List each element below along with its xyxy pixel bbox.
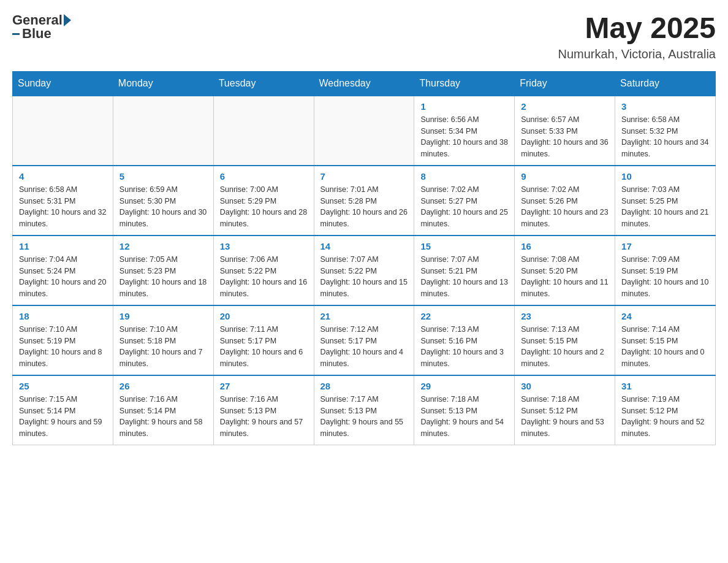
calendar-header-tuesday: Tuesday <box>213 71 314 96</box>
calendar-header-row: SundayMondayTuesdayWednesdayThursdayFrid… <box>13 71 716 96</box>
calendar-cell <box>113 96 213 166</box>
location-label: Numurkah, Victoria, Australia <box>558 47 716 61</box>
calendar-cell: 20Sunrise: 7:11 AM Sunset: 5:17 PM Dayli… <box>213 305 314 375</box>
day-info: Sunrise: 7:15 AM Sunset: 5:14 PM Dayligh… <box>19 394 107 440</box>
calendar-cell: 15Sunrise: 7:07 AM Sunset: 5:21 PM Dayli… <box>414 236 515 305</box>
logo-arrow-icon <box>64 14 71 26</box>
calendar-cell: 4Sunrise: 6:58 AM Sunset: 5:31 PM Daylig… <box>13 166 113 236</box>
calendar-cell: 11Sunrise: 7:04 AM Sunset: 5:24 PM Dayli… <box>13 236 113 305</box>
day-info: Sunrise: 7:10 AM Sunset: 5:19 PM Dayligh… <box>19 324 107 370</box>
calendar-header-sunday: Sunday <box>13 71 113 96</box>
day-number: 26 <box>119 381 207 391</box>
month-title: May 2025 <box>558 12 716 45</box>
day-info: Sunrise: 7:06 AM Sunset: 5:22 PM Dayligh… <box>220 254 308 300</box>
title-area: May 2025 Numurkah, Victoria, Australia <box>558 12 716 61</box>
calendar-header-friday: Friday <box>515 71 615 96</box>
day-number: 9 <box>521 171 609 182</box>
week-row-5: 25Sunrise: 7:15 AM Sunset: 5:14 PM Dayli… <box>13 375 716 445</box>
calendar-cell: 19Sunrise: 7:10 AM Sunset: 5:18 PM Dayli… <box>113 305 213 375</box>
calendar-cell: 10Sunrise: 7:03 AM Sunset: 5:25 PM Dayli… <box>615 166 716 236</box>
calendar-cell <box>213 96 314 166</box>
calendar-cell: 21Sunrise: 7:12 AM Sunset: 5:17 PM Dayli… <box>314 305 414 375</box>
calendar-cell: 24Sunrise: 7:14 AM Sunset: 5:15 PM Dayli… <box>615 305 716 375</box>
day-info: Sunrise: 7:05 AM Sunset: 5:23 PM Dayligh… <box>119 254 207 300</box>
day-info: Sunrise: 7:07 AM Sunset: 5:21 PM Dayligh… <box>420 254 508 300</box>
day-number: 21 <box>320 311 408 321</box>
day-info: Sunrise: 7:12 AM Sunset: 5:17 PM Dayligh… <box>320 324 408 370</box>
logo: General Blue <box>12 12 71 42</box>
calendar-cell: 5Sunrise: 6:59 AM Sunset: 5:30 PM Daylig… <box>113 166 213 236</box>
day-number: 15 <box>420 241 508 251</box>
day-number: 19 <box>119 311 207 321</box>
calendar-cell: 17Sunrise: 7:09 AM Sunset: 5:19 PM Dayli… <box>615 236 716 305</box>
day-number: 4 <box>19 171 107 182</box>
day-info: Sunrise: 7:16 AM Sunset: 5:14 PM Dayligh… <box>119 394 207 440</box>
day-info: Sunrise: 7:19 AM Sunset: 5:12 PM Dayligh… <box>621 394 709 440</box>
day-info: Sunrise: 7:02 AM Sunset: 5:26 PM Dayligh… <box>521 184 609 230</box>
day-number: 5 <box>119 171 207 182</box>
calendar-cell: 8Sunrise: 7:02 AM Sunset: 5:27 PM Daylig… <box>414 166 515 236</box>
day-info: Sunrise: 7:13 AM Sunset: 5:15 PM Dayligh… <box>521 324 609 370</box>
day-info: Sunrise: 6:59 AM Sunset: 5:30 PM Dayligh… <box>119 184 207 230</box>
week-row-4: 18Sunrise: 7:10 AM Sunset: 5:19 PM Dayli… <box>13 305 716 375</box>
day-number: 29 <box>420 381 508 391</box>
day-info: Sunrise: 7:00 AM Sunset: 5:29 PM Dayligh… <box>220 184 308 230</box>
calendar-cell: 27Sunrise: 7:16 AM Sunset: 5:13 PM Dayli… <box>213 375 314 445</box>
day-info: Sunrise: 7:18 AM Sunset: 5:13 PM Dayligh… <box>420 394 508 440</box>
day-info: Sunrise: 7:11 AM Sunset: 5:17 PM Dayligh… <box>220 324 308 370</box>
page-header: General Blue May 2025 Numurkah, Victoria… <box>12 12 716 61</box>
calendar-header-wednesday: Wednesday <box>314 71 414 96</box>
calendar-cell: 25Sunrise: 7:15 AM Sunset: 5:14 PM Dayli… <box>13 375 113 445</box>
day-number: 28 <box>320 381 408 391</box>
day-info: Sunrise: 7:03 AM Sunset: 5:25 PM Dayligh… <box>621 184 709 230</box>
calendar-cell: 1Sunrise: 6:56 AM Sunset: 5:34 PM Daylig… <box>414 96 515 166</box>
calendar-cell: 12Sunrise: 7:05 AM Sunset: 5:23 PM Dayli… <box>113 236 213 305</box>
calendar-table: SundayMondayTuesdayWednesdayThursdayFrid… <box>12 71 716 445</box>
calendar-cell: 13Sunrise: 7:06 AM Sunset: 5:22 PM Dayli… <box>213 236 314 305</box>
day-number: 23 <box>521 311 609 321</box>
calendar-cell: 9Sunrise: 7:02 AM Sunset: 5:26 PM Daylig… <box>515 166 615 236</box>
day-number: 14 <box>320 241 408 251</box>
calendar-cell <box>314 96 414 166</box>
calendar-cell: 28Sunrise: 7:17 AM Sunset: 5:13 PM Dayli… <box>314 375 414 445</box>
day-number: 2 <box>521 101 609 112</box>
week-row-1: 1Sunrise: 6:56 AM Sunset: 5:34 PM Daylig… <box>13 96 716 166</box>
day-info: Sunrise: 7:09 AM Sunset: 5:19 PM Dayligh… <box>621 254 709 300</box>
calendar-cell: 2Sunrise: 6:57 AM Sunset: 5:33 PM Daylig… <box>515 96 615 166</box>
day-info: Sunrise: 7:16 AM Sunset: 5:13 PM Dayligh… <box>220 394 308 440</box>
day-number: 1 <box>420 101 508 112</box>
day-number: 10 <box>621 171 709 182</box>
calendar-cell: 6Sunrise: 7:00 AM Sunset: 5:29 PM Daylig… <box>213 166 314 236</box>
calendar-cell: 16Sunrise: 7:08 AM Sunset: 5:20 PM Dayli… <box>515 236 615 305</box>
calendar-cell: 31Sunrise: 7:19 AM Sunset: 5:12 PM Dayli… <box>615 375 716 445</box>
day-info: Sunrise: 7:04 AM Sunset: 5:24 PM Dayligh… <box>19 254 107 300</box>
day-info: Sunrise: 7:14 AM Sunset: 5:15 PM Dayligh… <box>621 324 709 370</box>
day-info: Sunrise: 7:01 AM Sunset: 5:28 PM Dayligh… <box>320 184 408 230</box>
calendar-cell <box>13 96 113 166</box>
day-info: Sunrise: 6:58 AM Sunset: 5:32 PM Dayligh… <box>621 114 709 160</box>
logo-blue: Blue <box>22 26 51 42</box>
day-number: 3 <box>621 101 709 112</box>
day-info: Sunrise: 7:18 AM Sunset: 5:12 PM Dayligh… <box>521 394 609 440</box>
calendar-cell: 7Sunrise: 7:01 AM Sunset: 5:28 PM Daylig… <box>314 166 414 236</box>
day-info: Sunrise: 7:13 AM Sunset: 5:16 PM Dayligh… <box>420 324 508 370</box>
day-number: 13 <box>220 241 308 251</box>
day-number: 8 <box>420 171 508 182</box>
calendar-cell: 3Sunrise: 6:58 AM Sunset: 5:32 PM Daylig… <box>615 96 716 166</box>
calendar-cell: 23Sunrise: 7:13 AM Sunset: 5:15 PM Dayli… <box>515 305 615 375</box>
day-number: 17 <box>621 241 709 251</box>
calendar-cell: 14Sunrise: 7:07 AM Sunset: 5:22 PM Dayli… <box>314 236 414 305</box>
calendar-cell: 26Sunrise: 7:16 AM Sunset: 5:14 PM Dayli… <box>113 375 213 445</box>
day-number: 30 <box>521 381 609 391</box>
day-number: 11 <box>19 241 107 251</box>
week-row-3: 11Sunrise: 7:04 AM Sunset: 5:24 PM Dayli… <box>13 236 716 305</box>
day-number: 25 <box>19 381 107 391</box>
day-number: 24 <box>621 311 709 321</box>
calendar-header-saturday: Saturday <box>615 71 716 96</box>
day-info: Sunrise: 7:02 AM Sunset: 5:27 PM Dayligh… <box>420 184 508 230</box>
day-info: Sunrise: 7:08 AM Sunset: 5:20 PM Dayligh… <box>521 254 609 300</box>
day-info: Sunrise: 7:17 AM Sunset: 5:13 PM Dayligh… <box>320 394 408 440</box>
day-info: Sunrise: 6:57 AM Sunset: 5:33 PM Dayligh… <box>521 114 609 160</box>
day-number: 27 <box>220 381 308 391</box>
calendar-header-monday: Monday <box>113 71 213 96</box>
